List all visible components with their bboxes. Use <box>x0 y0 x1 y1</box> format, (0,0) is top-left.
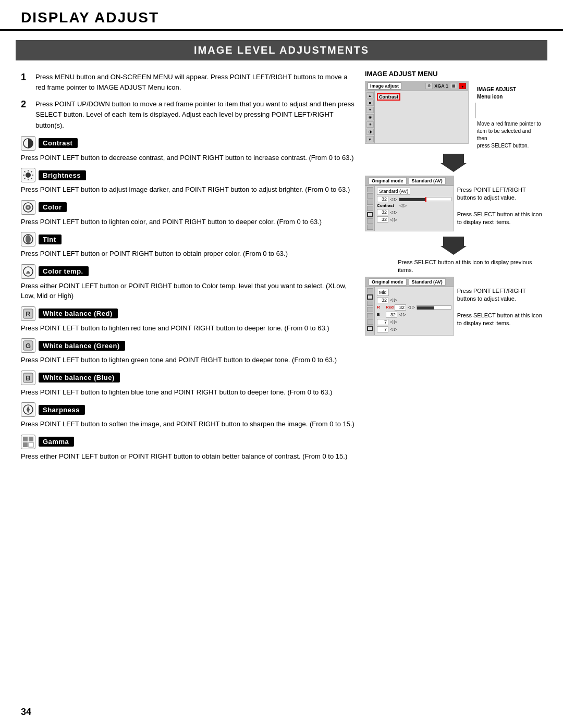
gear-icon: ⚙ <box>425 83 433 89</box>
svg-point-14 <box>26 235 31 243</box>
tm-arrows-red: ◁ ▷ <box>408 305 415 310</box>
sm-val-1: 32 <box>377 196 388 202</box>
wb-blue-label-row: B White balance (Blue) <box>21 371 354 385</box>
tm-row-b: B 32 ◁ ▷ <box>377 312 451 318</box>
callout-2: Press POINT LEFT/RIGHT buttons to adjust… <box>457 186 542 202</box>
brightness-icon <box>21 168 35 182</box>
tm-sidebar-1 <box>367 288 373 293</box>
top-menu-box: Image adjust ⚙ XGA 1 ▦ ● ▲ ■ ✦ <box>365 81 469 144</box>
main-content: 1 Press MENU button and ON-SCREEN MENU w… <box>0 66 563 464</box>
tm-row-1: 32 ◁ ▷ <box>377 297 451 303</box>
tm-sidebar-3 <box>367 301 373 306</box>
img-adj-menu-label: IMAGE ADJUST MENU <box>365 70 542 78</box>
top-menu-bar-icons: ⚙ XGA 1 ▦ ● <box>425 83 466 89</box>
tm-b-label: B <box>377 312 384 317</box>
third-menu-content: Mid 32 ◁ ▷ R Red 32 ◁ ▷ <box>375 287 454 335</box>
display-icon: ▦ <box>450 83 457 89</box>
tm-red-label: R <box>377 305 384 310</box>
second-menu-annotations: Press POINT LEFT/RIGHT buttons to adjust… <box>457 186 542 227</box>
sm-dropdown-row: Standard (AV) <box>377 188 451 195</box>
color-badge: Color <box>39 202 67 212</box>
right-column: IMAGE ADJUST MENU Image adjust ⚙ XGA 1 ▦… <box>365 66 542 464</box>
step-2: 2 Press POINT UP/DOWN button to move a r… <box>21 99 354 130</box>
contrast-menu-label: Contrast <box>377 93 400 101</box>
tm-arrows-b: ◁ ▷ <box>399 312 406 317</box>
tm-arrows-4: ◁ ▷ <box>390 319 397 324</box>
top-menu-sidebar: ▲ ■ ✦ ◉ ☀ ◑ ▼ <box>365 91 375 143</box>
sm-arrows-contrast: ◁ ▷ <box>399 203 407 208</box>
svg-rect-26 <box>23 442 28 447</box>
third-menu-annotations: Press POINT LEFT/RIGHT buttons to adjust… <box>457 287 542 328</box>
callout-5: Press POINT LEFT/RIGHT buttons to adjust… <box>457 287 542 303</box>
section-title: IMAGE LEVEL ADJUSTMENTS <box>26 44 537 56</box>
svg-rect-24 <box>23 437 28 441</box>
top-menu-bar: Image adjust ⚙ XGA 1 ▦ ● <box>365 81 468 91</box>
step-2-number: 2 <box>21 99 30 130</box>
sm-bar-indicator-1 <box>425 197 426 202</box>
svg-rect-25 <box>29 437 33 441</box>
second-menu-tab1: Original mode <box>369 177 407 184</box>
sm-row-1: 32 ◁ ▷ <box>377 196 451 202</box>
page-number: 34 <box>21 707 31 718</box>
top-menu-section: Image adjust ⚙ XGA 1 ▦ ● ▲ ■ ✦ <box>365 81 542 150</box>
second-menu-section: Original mode Standard (AV) <box>365 176 542 235</box>
color-icon <box>21 200 35 215</box>
sm-row-contrast: Contrast ◁ ▷ <box>377 203 451 208</box>
sidebar-icon-2: ■ <box>366 100 374 106</box>
sm-sidebar-icon-5-active <box>367 212 373 217</box>
contrast-label-row: Contrast <box>21 136 354 151</box>
svg-text:G: G <box>26 342 31 350</box>
sharpness-badge: Sharpness <box>39 405 85 415</box>
svg-marker-23 <box>27 406 30 413</box>
sm-sidebar-icon-4 <box>367 206 373 211</box>
menu-tab-image-adjust: Image adjust <box>368 82 401 90</box>
brightness-desc: Press POINT LEFT button to adjust image … <box>21 184 354 195</box>
callout-line-1 <box>475 103 475 118</box>
tm-red-label2: Red <box>386 305 393 310</box>
callout-4-row: Press SELECT button at this icon to disp… <box>365 258 542 275</box>
third-menu-section: Original mode Standard (AV) <box>365 277 542 338</box>
svg-rect-27 <box>29 442 33 447</box>
gamma-icon <box>21 435 35 449</box>
wb-blue-desc: Press POINT LEFT button to lighten blue … <box>21 387 354 398</box>
wb-green-icon: G <box>21 338 35 353</box>
third-menu-tab2: Standard (AV) <box>409 278 446 286</box>
svg-text:R: R <box>26 310 31 318</box>
tm-row-4: 7 ◁ ▷ <box>377 319 451 325</box>
second-menu-tab2: Standard (AV) <box>409 177 446 184</box>
tm-row-red: R Red 32 ◁ ▷ <box>377 304 451 311</box>
sidebar-icon-5: ☀ <box>366 121 374 128</box>
second-menu-body: Standard (AV) 32 ◁ ▷ Contras <box>365 186 454 231</box>
color-desc: Press POINT LEFT button to lighten color… <box>21 217 354 227</box>
sm-sidebar-icon-3 <box>367 200 373 205</box>
top-menu-body: ▲ ■ ✦ ◉ ☀ ◑ ▼ Contrast <box>365 91 468 143</box>
tm-dropdown: Mid <box>377 289 389 296</box>
second-menu-topbar: Original mode Standard (AV) <box>365 176 454 186</box>
wb-blue-badge: White balance (Blue) <box>39 373 120 382</box>
tm-sidebar-6 <box>367 319 373 325</box>
sharpness-label-row: Sharpness <box>21 402 354 417</box>
tint-badge: Tint <box>39 235 62 244</box>
tm-val-5: 7 <box>377 326 388 332</box>
contrast-desc: Press POINT LEFT button to decrease cont… <box>21 153 354 163</box>
second-menu-content: Standard (AV) 32 ◁ ▷ Contras <box>375 186 454 231</box>
wb-red-badge: White balance (Red) <box>39 309 118 318</box>
sidebar-icon-6: ◑ <box>366 129 374 135</box>
tm-val-1: 32 <box>377 297 388 303</box>
tm-arrows-5: ◁ ▷ <box>390 327 397 331</box>
callout-menu-icon: IMAGE ADJUST Menu icon <box>477 86 542 101</box>
sidebar-icon-1: ▲ <box>366 92 374 98</box>
sm-sidebar-icon-6 <box>367 218 373 224</box>
sm-bar-fill-1 <box>399 198 425 201</box>
colortemp-label-row: Color temp. <box>21 264 354 279</box>
sm-arrows-2: ◁ ▷ <box>390 210 397 215</box>
sm-sidebar-icon-2 <box>367 193 373 199</box>
tm-bar-fill-red <box>417 306 434 310</box>
top-menu-content: Contrast <box>375 91 468 143</box>
sm-val-2: 32 <box>377 209 388 215</box>
sm-val-3: 32 <box>377 216 388 223</box>
sm-arrows-3: ◁ ▷ <box>390 217 397 222</box>
third-menu-body: Mid 32 ◁ ▷ R Red 32 ◁ ▷ <box>365 287 454 335</box>
wb-green-badge: White balance (Green) <box>39 341 125 351</box>
colortemp-desc: Press either POINT LEFT button or POINT … <box>21 281 354 301</box>
